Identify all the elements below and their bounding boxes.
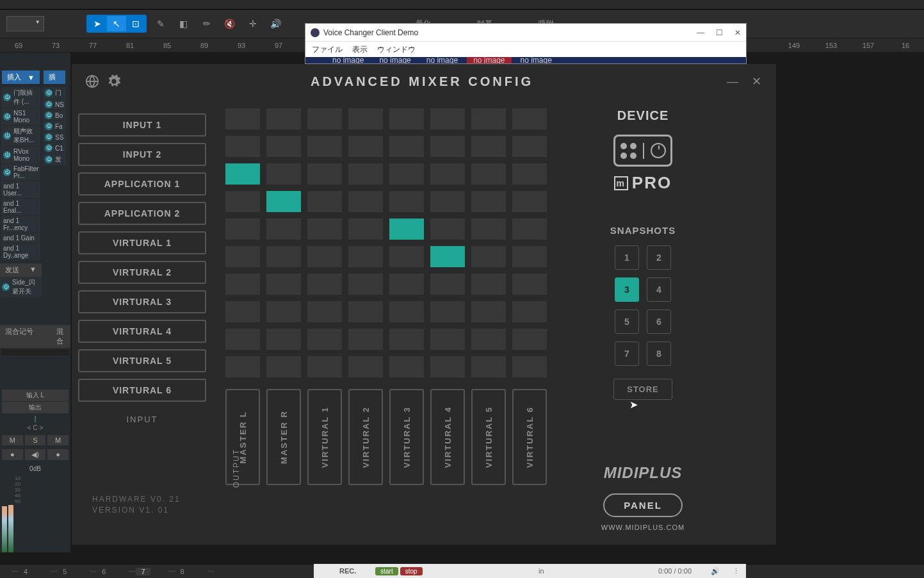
volume-icon[interactable]: 🔊	[711, 567, 720, 575]
image-slot[interactable]: no image	[514, 57, 558, 63]
matrix-cell[interactable]	[307, 136, 342, 157]
matrix-cell[interactable]	[512, 246, 547, 267]
split-tool-icon[interactable]: ✛	[244, 16, 262, 31]
matrix-cell[interactable]	[389, 191, 424, 212]
snapshot-button[interactable]: 2	[647, 245, 671, 270]
matrix-cell[interactable]	[348, 274, 383, 295]
image-slot-active[interactable]: no image	[467, 57, 511, 63]
input-button[interactable]: APPLICATION 1	[78, 172, 206, 195]
matrix-cell[interactable]	[307, 274, 342, 295]
plugin-slot[interactable]: ⏻C1	[43, 143, 66, 153]
power-icon[interactable]: ⏻	[3, 169, 11, 176]
output-button[interactable]: VIRTURAL 3	[389, 389, 424, 485]
matrix-cell[interactable]	[471, 329, 506, 350]
output-button[interactable]: VIRTURAL 6	[512, 389, 547, 485]
plugin-slot[interactable]: and 1 Fr...ency	[1, 216, 40, 233]
power-icon[interactable]: ⏻	[3, 94, 11, 101]
plugin-slot[interactable]: ⏻顺声效果BH...	[1, 126, 40, 146]
matrix-cell[interactable]	[266, 356, 301, 377]
speaker-tool-icon[interactable]: 🔊	[267, 16, 285, 31]
matrix-cell[interactable]	[225, 329, 260, 350]
matrix-cell[interactable]	[225, 163, 260, 185]
matrix-cell[interactable]	[430, 356, 465, 377]
output-button[interactable]: VIRTURAL 5	[471, 389, 506, 485]
globe-icon[interactable]	[85, 74, 100, 89]
matrix-cell[interactable]	[389, 108, 424, 129]
matrix-cell[interactable]	[307, 108, 342, 129]
matrix-cell[interactable]	[348, 219, 383, 240]
image-slot[interactable]: no image	[326, 57, 370, 63]
send-slot[interactable]: ⏻Side_闪避开关	[0, 277, 42, 297]
matrix-cell[interactable]	[225, 191, 260, 212]
track-number[interactable]: 8	[175, 568, 190, 575]
store-button[interactable]: STORE	[613, 379, 672, 400]
output-button[interactable]: VIRTURAL 2	[348, 389, 383, 485]
matrix-cell[interactable]	[266, 301, 301, 322]
track-number[interactable]: 6	[97, 568, 111, 575]
input-button[interactable]: VIRTURAL 2	[78, 261, 206, 284]
pencil-tool-icon[interactable]: ✎	[152, 16, 170, 31]
image-slot[interactable]: no image	[420, 57, 464, 63]
record-button-b[interactable]: ●	[47, 449, 69, 460]
plugin-slot[interactable]: and 1 Enal...	[1, 199, 40, 215]
mute-button-b[interactable]: M	[47, 435, 69, 445]
matrix-cell[interactable]	[348, 329, 383, 350]
input-button[interactable]: VIRTURAL 3	[78, 290, 206, 313]
power-icon[interactable]: ⏻	[45, 111, 53, 119]
matrix-cell[interactable]	[307, 329, 342, 350]
tool-dropdown[interactable]	[6, 16, 44, 31]
matrix-cell[interactable]	[471, 136, 506, 157]
matrix-cell[interactable]	[389, 219, 424, 240]
input-button[interactable]: INPUT 1	[78, 113, 206, 136]
plugin-slot[interactable]: ⏻RVox Mono	[1, 147, 40, 163]
input-button[interactable]: INPUT 2	[78, 143, 206, 166]
track-number[interactable]: 4	[19, 568, 33, 575]
power-icon[interactable]: ⏻	[45, 122, 53, 130]
power-icon[interactable]: ⏻	[45, 101, 53, 108]
matrix-cell[interactable]	[512, 163, 547, 185]
matrix-cell[interactable]	[389, 163, 424, 185]
maximize-button[interactable]: ☐	[716, 28, 723, 37]
matrix-cell[interactable]	[266, 219, 301, 240]
matrix-cell[interactable]	[307, 246, 342, 267]
matrix-cell[interactable]	[430, 219, 465, 240]
marquee-tool-icon[interactable]: ⊡	[126, 16, 145, 31]
matrix-cell[interactable]	[512, 356, 547, 377]
matrix-cell[interactable]	[348, 136, 383, 157]
matrix-cell[interactable]	[307, 191, 342, 212]
track-number[interactable]: 5	[58, 568, 72, 575]
rec-stop-button[interactable]: stop	[400, 567, 423, 575]
input-button[interactable]: APPLICATION 2	[78, 202, 206, 225]
window-titlebar[interactable]: Voice Changer Client Demo — ☐ ✕	[305, 24, 746, 42]
matrix-cell[interactable]	[225, 356, 260, 377]
input-button[interactable]: VIRTURAL 1	[78, 231, 206, 254]
plugin-slot[interactable]: ⏻NS	[43, 99, 66, 110]
matrix-cell[interactable]	[512, 274, 547, 295]
matrix-cell[interactable]	[512, 219, 547, 240]
matrix-cell[interactable]	[389, 329, 424, 350]
matrix-cell[interactable]	[266, 108, 301, 129]
mute-tool-icon[interactable]: 🔇	[221, 16, 239, 31]
power-icon[interactable]: ⏻	[2, 283, 10, 291]
output-button[interactable]: VIRTURAL 1	[307, 389, 342, 485]
matrix-cell[interactable]	[430, 246, 465, 267]
matrix-cell[interactable]	[348, 108, 383, 129]
close-button[interactable]: ✕	[734, 28, 741, 37]
power-icon[interactable]: ⏻	[45, 89, 53, 97]
matrix-cell[interactable]	[225, 274, 260, 295]
rec-start-button[interactable]: start	[375, 567, 398, 575]
image-slot[interactable]: no image	[373, 57, 417, 63]
matrix-cell[interactable]	[307, 219, 342, 240]
input-button[interactable]: VIRTURAL 6	[78, 379, 206, 402]
close-icon[interactable]: ✕	[749, 74, 763, 88]
output-button[interactable]: VIRTURAL 4	[430, 389, 465, 485]
power-icon[interactable]: ⏻	[3, 151, 11, 159]
plugin-slot[interactable]: ⏻NS1 Mono	[1, 108, 40, 125]
pointer-tool-icon[interactable]: ↖	[107, 16, 126, 31]
matrix-cell[interactable]	[430, 274, 465, 295]
plugin-slot[interactable]: ⏻门限插件 (...	[1, 87, 40, 108]
matrix-cell[interactable]	[266, 329, 301, 350]
snapshot-button[interactable]: 4	[647, 277, 671, 302]
matrix-cell[interactable]	[307, 301, 342, 322]
power-icon[interactable]: ⏻	[3, 113, 11, 120]
